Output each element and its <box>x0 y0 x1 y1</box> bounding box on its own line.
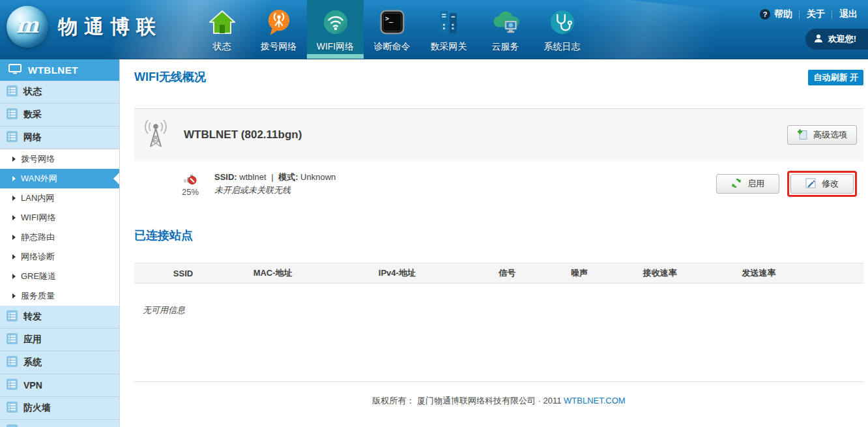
col-ipv4: IPv4-地址 <box>313 263 480 284</box>
mode-value: Unknown <box>300 172 336 182</box>
sidebar-item-dial-network[interactable]: 拨号网络 <box>0 149 119 169</box>
sidebar-item-data-collect[interactable]: 数采 <box>0 104 119 126</box>
logout-link[interactable]: 退出 <box>839 8 858 20</box>
divider <box>832 10 833 19</box>
sidebar-item-label: GRE隧道 <box>21 271 56 282</box>
sidebar-item-label: 网络 <box>23 132 42 143</box>
footer-link[interactable]: WTBLNET.COM <box>564 396 626 405</box>
footer: 版权所有： 厦门物通博联网络科技有限公司 · 2011 WTBLNET.COM <box>134 382 863 407</box>
ssid-value: wtblnet <box>239 172 266 182</box>
nav-label: 诊断命令 <box>374 41 411 53</box>
caret-right-icon <box>12 196 16 201</box>
list-icon <box>7 356 18 369</box>
sidebar-item-firewall[interactable]: 防火墙 <box>0 397 119 420</box>
home-icon <box>208 5 237 39</box>
modify-button[interactable]: 修改 <box>790 174 854 194</box>
nav-label: WIFI网络 <box>317 41 354 53</box>
list-icon <box>7 424 18 427</box>
help-link[interactable]: 帮助 <box>774 8 792 20</box>
sidebar-item-wifi[interactable]: WIFI网络 <box>0 208 119 228</box>
device-header: WTBLNET (802.11bgn) 高级选项 <box>134 109 863 161</box>
page-body: WTBLNET 状态 数采 网络 拨号网络 WAN外网 LAN内网 <box>0 59 868 427</box>
sidebar-item-label: 转发 <box>23 311 42 323</box>
nav-item-status[interactable]: 状态 <box>194 0 250 59</box>
list-icon <box>7 85 18 98</box>
list-icon <box>7 402 18 415</box>
caret-right-icon <box>12 293 16 299</box>
cloud-monitor-icon <box>490 5 521 39</box>
sidebar-item-static-route[interactable]: 静态路由 <box>0 228 119 247</box>
col-spacer <box>822 263 863 284</box>
nav-label: 数采网关 <box>431 41 467 53</box>
nav-item-cloud-service[interactable]: 云服务 <box>477 0 534 59</box>
stations-title: 已连接站点 <box>134 228 863 243</box>
caret-right-icon <box>12 254 16 259</box>
sidebar-item-status[interactable]: 状态 <box>0 81 119 104</box>
col-noise: 噪声 <box>534 263 625 284</box>
sidebar-title: WTBLNET <box>28 65 78 76</box>
user-icon <box>814 34 823 45</box>
auto-refresh-toggle[interactable]: 自动刷新 开 <box>808 70 863 85</box>
mode-label: 模式: <box>278 172 298 182</box>
add-page-icon <box>797 129 807 141</box>
signal-cell: 25% <box>175 171 206 197</box>
sidebar-item-label: 静态路由 <box>21 231 55 243</box>
sidebar-item-system[interactable]: 系统 <box>0 351 119 374</box>
welcome-text: 欢迎您! <box>828 33 856 45</box>
sidebar-item-label: WAN外网 <box>21 173 57 184</box>
sidebar-item-application[interactable]: 应用 <box>0 329 119 351</box>
brand-logo: m 物通博联 <box>7 6 162 48</box>
sidebar-item-network[interactable]: 网络 <box>0 126 119 149</box>
nav-item-dial-network[interactable]: 拨号网络 <box>250 0 307 59</box>
sidebar-item-gre-tunnel[interactable]: GRE隧道 <box>0 267 119 286</box>
sidebar-item-label: 状态 <box>23 86 42 98</box>
list-icon <box>7 131 18 144</box>
nav-item-data-gateway[interactable]: 数采网关 <box>420 0 477 59</box>
brand-name: 物通博联 <box>58 14 162 40</box>
sidebar-item-network-diagnosis[interactable]: 网络诊断 <box>0 247 119 267</box>
sidebar-item-wan[interactable]: WAN外网 <box>0 169 119 188</box>
ssid-label: SSID: <box>214 172 237 182</box>
refresh-icon <box>731 178 742 190</box>
stations-empty-text: 无可用信息 <box>143 304 863 316</box>
sidebar-item-forward[interactable]: 转发 <box>0 306 119 329</box>
sidebar-item-vpn[interactable]: VPN <box>0 374 119 397</box>
sidebar-item-label: WIFI网络 <box>21 212 55 224</box>
nav-item-diagnostic-command[interactable]: >_ 诊断命令 <box>364 0 420 59</box>
stations-table: SSID MAC-地址 IPv4-地址 信号 噪声 接收速率 发送速率 <box>134 263 863 284</box>
welcome-badge[interactable]: 欢迎您! <box>805 29 868 50</box>
wireless-status-text: 未开启或未关联无线 <box>214 184 336 197</box>
enable-button[interactable]: 启用 <box>716 174 779 194</box>
sidebar-item-label: 系统 <box>23 357 42 368</box>
nav-item-system-log[interactable]: 系统日志 <box>534 0 590 59</box>
sidebar-item-lan[interactable]: LAN内网 <box>0 188 119 208</box>
nav-item-wifi-network[interactable]: WIFI网络 <box>307 0 364 59</box>
main-content: WIFI无线概况 自动刷新 开 WTBLNET (802.11bgn) 高级选项 <box>120 59 868 427</box>
terminal-icon: >_ <box>379 5 405 39</box>
wifi-icon <box>322 5 349 39</box>
about-link[interactable]: 关于 <box>807 8 825 20</box>
device-actions: 启用 修改 <box>716 171 857 197</box>
broadcast-bubble-icon <box>265 5 293 39</box>
sidebar-item-label: 网络诊断 <box>21 251 55 263</box>
advanced-options-button[interactable]: 高级选项 <box>787 125 857 145</box>
sidebar-item-label: VPN <box>23 380 42 390</box>
sidebar-item-label: LAN内网 <box>21 192 54 204</box>
help-icon: ? <box>760 9 770 20</box>
ssid-row: 25% SSID: wtblnet | 模式: Unknown 未开启或未关联无… <box>134 161 863 207</box>
sidebar-item-label: 拨号网络 <box>21 153 55 165</box>
svg-text:>_: >_ <box>385 15 394 23</box>
col-tx-rate: 发送速率 <box>695 263 822 284</box>
device-name: WTBLNET (802.11bgn) <box>184 128 302 141</box>
highlight-box: 修改 <box>787 171 857 197</box>
copyright-text: 版权所有： 厦门物通博联网络科技有限公司 · 2011 <box>372 396 561 405</box>
col-ssid: SSID <box>134 263 232 284</box>
sidebar-header: WTBLNET <box>0 59 119 81</box>
button-label: 启用 <box>747 178 764 190</box>
sidebar-item-qos[interactable]: 服务质量 <box>0 286 119 306</box>
page-title: WIFI无线概况 <box>134 69 206 85</box>
caret-right-icon <box>12 274 16 279</box>
nav-label: 拨号网络 <box>261 41 297 53</box>
app-header: m 物通博联 状态 拨号网络 WIFI网络 >_ 诊断命令 <box>0 0 868 59</box>
active-notch <box>113 173 119 184</box>
